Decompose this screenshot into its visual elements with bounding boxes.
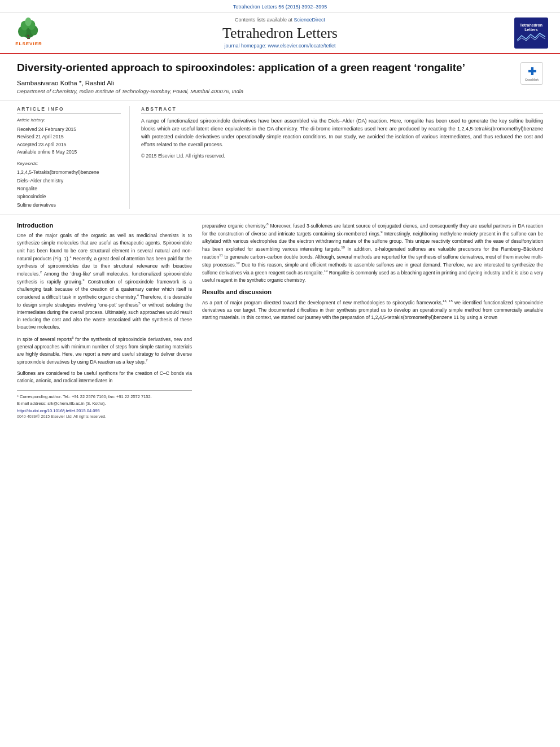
doi-link[interactable]: http://dx.doi.org/10.1016/j.tetlet.2015.… xyxy=(17,408,192,413)
crossmark-icon: ✚ xyxy=(528,65,536,78)
main-content: Introduction One of the major goals of t… xyxy=(0,215,560,424)
logo-graph-icon xyxy=(517,32,545,42)
intro-paragraph-2: In spite of several reports6 for the syn… xyxy=(17,335,192,366)
accepted-date: Accepted 23 April 2015 xyxy=(17,141,121,149)
elsevier-tree-icon xyxy=(12,18,46,40)
journal-title: Tetrahedron Letters xyxy=(54,25,506,42)
homepage-url: www.elsevier.com/locate/tetlet xyxy=(268,43,336,49)
header-right: Tetrahedron Letters xyxy=(511,18,551,49)
crossmark-badge: ✚ CrossMark xyxy=(520,62,543,85)
svg-point-7 xyxy=(27,34,29,37)
abstract-heading: ABSTRACT xyxy=(141,106,543,114)
footnote-corresponding: * Corresponding author. Tel.: +91 22 257… xyxy=(17,394,192,400)
journal-logo-right: Tetrahedron Letters xyxy=(514,18,548,49)
article-title: Diversity-oriented approach to spirooxin… xyxy=(17,61,543,75)
left-column: Introduction One of the major goals of t… xyxy=(17,222,192,418)
keyword-5: Sultine derivatives xyxy=(17,201,121,209)
article-section: ✚ CrossMark Diversity-oriented approach … xyxy=(0,54,560,101)
right-column: preparative organic chemistry.8 Moreover… xyxy=(202,222,543,418)
author-names: Sambasivarao Kotha *, Rashid Ali xyxy=(17,80,114,86)
header-left: ELSEVIER xyxy=(9,18,49,49)
affiliation: Department of Chemistry, Indian Institut… xyxy=(17,88,543,94)
journal-header: ELSEVIER Contents lists available at Sci… xyxy=(0,12,560,54)
online-date: Available online 8 May 2015 xyxy=(17,148,121,156)
right-paragraph-1: preparative organic chemistry.8 Moreover… xyxy=(202,222,543,284)
issn-line: 0040-4039/© 2015 Elsevier Ltd. All right… xyxy=(17,414,192,418)
header-center: Contents lists available at ScienceDirec… xyxy=(49,17,511,49)
keyword-4: Spirooxindole xyxy=(17,193,121,200)
footnote-email: E-mail address: srk@chem.iitb.ac.in (S. … xyxy=(17,400,192,407)
history-label: Article history: xyxy=(17,117,121,123)
journal-citation: Tetrahedron Letters 56 (2015) 3992–3995 xyxy=(233,4,327,10)
article-info-column: ARTICLE INFO Article history: Received 2… xyxy=(17,106,130,209)
revised-date: Revised 21 April 2015 xyxy=(17,133,121,141)
intro-paragraph-3: Sulfones are considered to be useful syn… xyxy=(17,370,192,385)
svg-point-6 xyxy=(25,18,31,26)
keywords-label: Keywords: xyxy=(17,161,121,166)
keyword-2: Diels–Alder chemistry xyxy=(17,177,121,185)
science-direct-anchor[interactable]: ScienceDirect xyxy=(294,17,326,23)
received-date: Received 24 February 2015 xyxy=(17,126,121,134)
top-bar: Tetrahedron Letters 56 (2015) 3992–3995 xyxy=(0,0,560,12)
info-section: ARTICLE INFO Article history: Received 2… xyxy=(0,101,560,216)
journal-homepage: journal homepage: www.elsevier.com/locat… xyxy=(54,43,506,49)
intro-paragraph-1: One of the major goals of the organic as… xyxy=(17,232,192,331)
keywords-list: 1,2,4,5-Tetrakis(bromomethyl)benzene Die… xyxy=(17,168,121,209)
crossmark-label-text: CrossMark xyxy=(525,78,539,81)
elsevier-logo: ELSEVIER xyxy=(9,18,49,49)
footnote-area: * Corresponding author. Tel.: +91 22 257… xyxy=(17,390,192,407)
article-dates: Received 24 February 2015 Revised 21 Apr… xyxy=(17,126,121,156)
abstract-text: A range of functionalized spirooxindole … xyxy=(141,117,543,149)
page-wrapper: Tetrahedron Letters 56 (2015) 3992–3995 xyxy=(0,0,560,747)
results-heading: Results and discussion xyxy=(202,289,543,295)
crossmark-image: ✚ CrossMark xyxy=(520,62,543,85)
copyright-line: © 2015 Elsevier Ltd. All rights reserved… xyxy=(141,153,543,159)
elsevier-brand-text: ELSEVIER xyxy=(15,41,42,46)
results-paragraph-1: As a part of major program directed towa… xyxy=(202,299,543,321)
abstract-column: ABSTRACT A range of functionalized spiro… xyxy=(141,106,543,209)
logo-title-text: Tetrahedron Letters xyxy=(520,23,542,33)
introduction-heading: Introduction xyxy=(17,222,192,229)
science-direct-link: Contents lists available at ScienceDirec… xyxy=(54,17,506,23)
keyword-1: 1,2,4,5-Tetrakis(bromomethyl)benzene xyxy=(17,168,121,176)
article-info-heading: ARTICLE INFO xyxy=(17,106,121,114)
keyword-3: Rongalite xyxy=(17,185,121,193)
authors: Sambasivarao Kotha *, Rashid Ali xyxy=(17,80,543,86)
